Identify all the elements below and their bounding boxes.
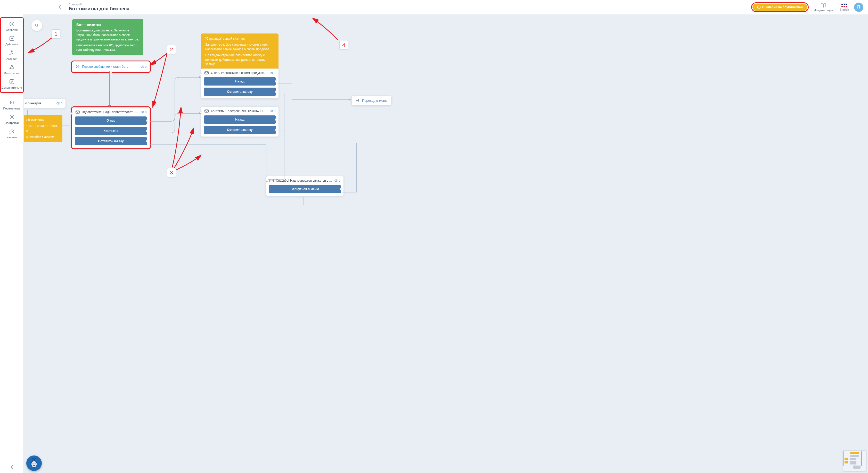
chat-icon (9, 129, 15, 135)
node-button-back[interactable]: Назад (204, 77, 276, 86)
eye-icon (57, 102, 60, 105)
svg-point-15 (11, 131, 12, 132)
chevron-left-icon (10, 465, 13, 469)
publish-status-button[interactable]: Сценарий не опубликован (752, 4, 807, 11)
svg-point-22 (78, 66, 78, 67)
note-green[interactable]: Бот – визитка Бот-визитка для бизнеса. З… (72, 19, 144, 56)
language-switch[interactable]: English (840, 4, 849, 11)
svg-point-16 (12, 131, 12, 132)
svg-point-24 (142, 66, 143, 67)
page-title: Бот-визитка для бизнеса (69, 6, 129, 11)
avatar[interactable]: П (854, 3, 863, 12)
note-orange-greeting[interactable]: ей компании. текст с приветствием и ы пе… (22, 115, 62, 142)
node-transit-menu[interactable]: Переход в меню (352, 96, 391, 105)
node-button-about[interactable]: О нас (75, 116, 147, 125)
node-button-request[interactable]: Оставить заявку (204, 88, 276, 96)
arrow-square-icon (9, 36, 15, 42)
svg-point-11 (13, 68, 14, 69)
views-badge: 0 (270, 109, 275, 112)
annotation-number-3: 3 (167, 168, 176, 177)
breadcrumb-label: Сценарий (69, 3, 129, 6)
svg-point-23 (78, 66, 79, 67)
svg-point-33 (32, 463, 33, 464)
connection-lines (24, 14, 868, 473)
chat-bubble-icon (75, 64, 80, 69)
svg-point-17 (35, 24, 38, 26)
svg-point-3 (9, 22, 14, 26)
views-badge: 0 (270, 71, 275, 74)
node-scenario-entry[interactable]: о сценария 0 (22, 99, 65, 108)
annotation-arrows (24, 14, 868, 473)
sidebar-item-variables[interactable]: Переменные (1, 98, 23, 112)
chevron-left-icon (58, 4, 62, 10)
annotation-number-4: 4 (339, 40, 348, 49)
gear-icon (9, 114, 15, 120)
back-button[interactable] (56, 4, 64, 10)
top-header: Сценарий Бот-визитка для бизнеса Сценари… (0, 0, 868, 14)
node-greeting[interactable]: Здравствуйте! Рады приветствовать вас в … (72, 108, 150, 148)
minimap[interactable] (843, 450, 866, 471)
mail-icon (269, 179, 274, 182)
mail-icon (204, 109, 209, 113)
warning-icon (757, 5, 761, 9)
breadcrumb: Сценарий Бот-визитка для бизнеса (69, 3, 129, 11)
left-toolbar: События Действия Условия Интеграции Допо… (0, 14, 24, 473)
eye-icon (335, 179, 338, 182)
node-button-return-menu[interactable]: Вернуться в меню (269, 185, 341, 193)
docs-link[interactable]: Документация (814, 3, 833, 12)
mail-icon (75, 110, 80, 114)
node-button-request[interactable]: Оставить заявку (204, 126, 276, 134)
search-icon (35, 23, 39, 28)
svg-point-6 (11, 51, 12, 52)
views-badge: 0 (141, 65, 147, 68)
svg-point-32 (336, 180, 337, 181)
collapse-sidebar-button[interactable] (0, 465, 24, 469)
svg-point-28 (271, 72, 272, 73)
flag-uk-icon (841, 4, 847, 7)
eye-icon (270, 110, 273, 112)
llama-icon (29, 458, 39, 469)
node-about[interactable]: О нас. Расскажите о своем продукте. Вы м… (201, 69, 279, 98)
assistant-fab[interactable] (26, 455, 42, 471)
views-badge: 0 (335, 179, 340, 182)
edit-icon (9, 79, 15, 85)
node-start[interactable]: Первое сообщение и старт бота 0 (72, 62, 150, 72)
sidebar-item-conditions[interactable]: Условия (1, 48, 23, 62)
sidebar-item-channels[interactable]: Каналы (1, 127, 23, 141)
mail-icon (204, 71, 209, 75)
svg-point-21 (77, 66, 78, 67)
flow-canvas[interactable]: Бот – визитка Бот-визитка для бизнеса. З… (24, 14, 868, 473)
sidebar-item-actions[interactable]: Действия (1, 33, 23, 48)
canvas-search-button[interactable] (31, 20, 42, 31)
sidebar-item-settings[interactable]: Настройки (1, 112, 23, 127)
sidebar-item-more[interactable]: Дополнительно (1, 77, 23, 91)
svg-point-13 (11, 116, 12, 118)
svg-rect-12 (9, 79, 14, 84)
node-button-back[interactable]: Назад (204, 115, 276, 124)
node-thanks[interactable]: Спасибо! Наш менеджер свяжется с вами в…… (266, 176, 343, 196)
target-icon (9, 21, 15, 27)
eye-icon (141, 111, 144, 113)
node-contacts[interactable]: Контакты. Телефон: 89991234567 Наш адр… … (201, 107, 279, 137)
svg-point-9 (11, 65, 12, 66)
svg-point-4 (11, 23, 12, 25)
svg-rect-31 (270, 179, 274, 182)
views-badge: 0 (57, 102, 62, 105)
nodes-icon (9, 64, 15, 71)
annotation-number-1: 1 (52, 29, 60, 39)
sidebar-item-integrations[interactable]: Интеграции (1, 62, 23, 77)
variable-icon (9, 100, 15, 106)
views-badge: 0 (141, 110, 147, 113)
note-orange-pages[interactable]: "Страницы" вашей визитки. Заполните любы… (201, 33, 279, 70)
svg-point-14 (11, 131, 11, 132)
node-button-request[interactable]: Оставить заявку (75, 137, 147, 145)
branch-icon (9, 50, 15, 56)
svg-rect-27 (205, 72, 209, 74)
transit-icon (355, 98, 360, 103)
node-button-contacts[interactable]: Контакты (75, 127, 147, 135)
svg-point-10 (9, 68, 10, 69)
sidebar-item-events[interactable]: События (1, 19, 23, 33)
svg-point-30 (271, 110, 272, 111)
eye-icon (141, 65, 144, 68)
eye-icon (270, 72, 273, 74)
